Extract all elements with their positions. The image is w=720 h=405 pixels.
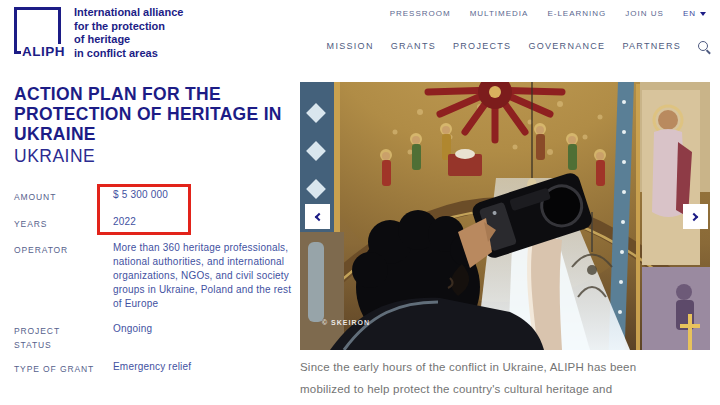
aliph-logo[interactable]: ALIPH [14,7,61,54]
nav-join-us[interactable]: JOIN US [625,9,664,18]
aliph-logo-text: ALIPH [21,44,66,59]
nav-projects[interactable]: PROJECTS [453,41,511,51]
detail-value: 2022 [113,215,294,231]
language-label: EN [683,9,696,18]
detail-row-amount: AMOUNT $ 5 300 000 [14,188,294,204]
chevron-left-icon [315,212,323,220]
detail-label: PROJECT STATUS [14,322,113,352]
church-interior-photo [300,82,710,350]
page: ALIPH International alliance for the pro… [0,0,720,405]
detail-value: Emergency relief [113,360,294,376]
main-nav: MISSION GRANTS PROJECTS GOVERNANCE PARTN… [327,41,708,51]
photo-carousel: © SKEIRON [300,82,710,350]
brand-tagline: International alliance for the protectio… [74,6,183,60]
nav-partners[interactable]: PARTNERS [622,41,681,51]
detail-value: More than 360 heritage professionals, na… [113,241,294,311]
project-country: UKRAINE [14,146,294,166]
nav-grants[interactable]: GRANTS [391,41,436,51]
nav-governance[interactable]: GOVERNANCE [528,41,605,51]
chevron-down-icon [700,12,706,16]
tagline-line: of heritage [74,33,183,47]
description-line: Since the early hours of the conflict in… [300,357,720,379]
nav-elearning[interactable]: E-LEARNING [547,9,606,18]
tagline-line: for the protection [74,20,183,34]
detail-label: TYPE OF GRANT [14,360,113,376]
detail-label: OPERATOR [14,241,113,311]
carousel-next-button[interactable] [683,204,708,229]
project-info: ACTION PLAN FOR THE PROTECTION OF HERITA… [14,84,294,166]
description-line: heritage professionals. The Foundation q… [300,400,720,405]
page-title: ACTION PLAN FOR THE PROTECTION OF HERITA… [14,84,294,144]
tagline-line: in conflict areas [74,47,183,61]
chevron-right-icon [690,212,698,220]
description-line: mobilized to help protect the country's … [300,379,720,401]
nav-pressroom[interactable]: PRESSROOM [390,9,451,18]
project-description: Since the early hours of the conflict in… [300,357,720,405]
detail-value: Ongoing [113,322,294,352]
detail-label: AMOUNT [14,188,113,204]
search-icon[interactable] [698,41,708,51]
nav-multimedia[interactable]: MULTIMEDIA [470,9,529,18]
detail-row-project-status: PROJECT STATUS Ongoing [14,322,294,352]
language-selector[interactable]: EN [683,9,706,18]
detail-row-type-of-grant: TYPE OF GRANT Emergency relief [14,360,294,376]
detail-row-operator: OPERATOR More than 360 heritage professi… [14,241,294,311]
utility-nav: PRESSROOM MULTIMEDIA E-LEARNING JOIN US … [390,9,706,18]
nav-mission[interactable]: MISSION [327,41,374,51]
photo-credit: © SKEIRON [322,319,370,326]
project-details: AMOUNT $ 5 300 000 YEARS 2022 OPERATOR M… [14,188,294,387]
detail-row-years: YEARS 2022 [14,215,294,231]
detail-label: YEARS [14,215,113,231]
detail-value: $ 5 300 000 [113,188,294,204]
tagline-line: International alliance [74,6,183,20]
carousel-prev-button[interactable] [305,204,330,229]
